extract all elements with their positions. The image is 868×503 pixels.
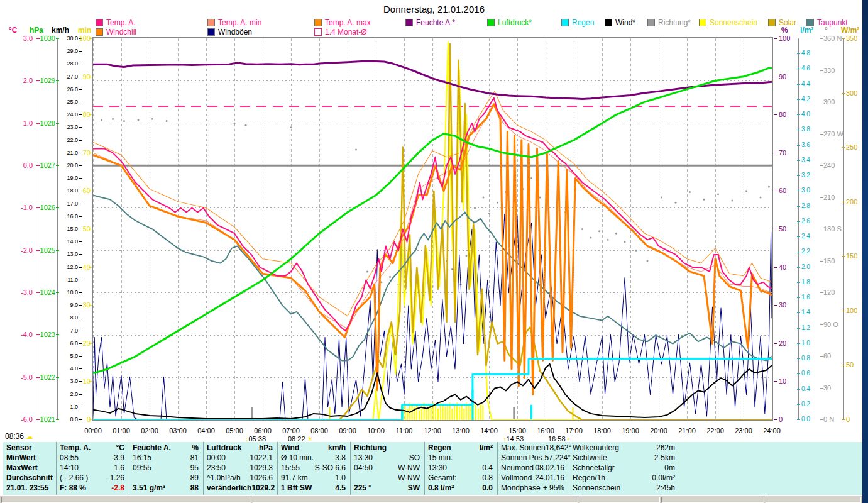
table-row: 1 Bft SW4.5 — [281, 484, 350, 494]
cell-value: % — [192, 443, 203, 453]
tick-label-dir: 60 — [823, 352, 846, 360]
tick-label-degC: -3.0 — [8, 289, 33, 296]
cell-value: km/h — [328, 443, 350, 453]
tick-mark-wm2 — [842, 38, 845, 39]
cell-value: 1029.3 — [250, 463, 277, 473]
table-column-4: Windkm/hØ 10 min.3.815:55S-SO 6.691.7 km… — [277, 442, 350, 495]
table-row: Windkm/h — [281, 443, 350, 453]
x-tick-label: 11:00 — [390, 427, 418, 434]
tick-mark-dir — [820, 292, 823, 293]
cell-label: Temp. A. — [60, 443, 91, 453]
tick-mark-kmh — [79, 51, 82, 52]
cell-value: 262m — [656, 443, 679, 453]
cell-label: 13:30 — [354, 453, 373, 463]
tick-mark-pct — [774, 77, 777, 77]
cell-label: 09:55 — [133, 463, 151, 473]
legend-item-1-4-monat-: 1.4 Monat-Ø — [314, 28, 367, 36]
tick-label-hPa: 1023 — [33, 331, 55, 338]
tick-label-lm2: 4.6 — [801, 65, 818, 72]
direction-dot — [647, 260, 649, 262]
cell-label: Max. Sonnen — [501, 443, 546, 453]
x-tick-label: 17:00 — [560, 427, 588, 434]
direction-dot — [598, 230, 600, 232]
direction-dot — [675, 202, 677, 204]
direction-dot — [483, 196, 485, 198]
tick-label-wm2: 300 — [846, 89, 864, 97]
tick-mark-lm2 — [797, 343, 800, 344]
tick-mark-pct — [774, 419, 777, 420]
twilight-time: 08:36 — [5, 432, 24, 441]
cell-value: l/m² — [480, 443, 497, 453]
table-row: 91.7 km1.0 — [281, 473, 350, 484]
table-row: Sensor — [6, 443, 56, 453]
legend-label: Regen — [572, 18, 594, 27]
tick-mark-pct — [774, 381, 777, 382]
tick-label-dir: 210 — [823, 194, 846, 201]
legend-swatch-icon — [647, 19, 655, 26]
axis-unit-C: °C — [9, 26, 17, 35]
cell-value: 89 — [190, 473, 203, 484]
tick-label-dir: 90 O — [823, 321, 846, 328]
cell-value: W-NW — [398, 463, 424, 473]
cell-value: 3.8 — [335, 453, 350, 463]
legend-label: Windchill — [106, 28, 136, 36]
direction-dot — [590, 236, 592, 238]
table-row: Ø 10 min.3.8 — [281, 453, 350, 463]
direction-dot — [745, 190, 747, 192]
cell-value: 1.0 — [335, 473, 350, 484]
x-tick-label: 13:00 — [447, 427, 475, 434]
tick-label-kmh: 15.0 — [57, 225, 78, 233]
weather-chart — [93, 38, 772, 420]
table-row: LuftdruckhPa — [207, 443, 277, 453]
tick-label-hPa: 1029 — [33, 77, 55, 84]
table-row: 04:50W-NW — [354, 463, 424, 473]
tick-mark-kmh — [79, 368, 82, 369]
tick-label-lm2: 2.0 — [801, 263, 818, 271]
tick-label-dir: 240 — [823, 162, 846, 169]
tick-label-wm2: 250 — [846, 143, 864, 151]
table-row: 225 °SW — [354, 484, 424, 494]
plot-area — [92, 37, 773, 421]
tick-label-lm2: 4.8 — [801, 50, 818, 57]
direction-dot — [123, 120, 125, 122]
direction-dot — [366, 270, 368, 272]
cell-label: Sonnen Pos — [501, 453, 542, 463]
x-tick-label: 18:00 — [588, 427, 616, 434]
tick-label-kmh: 10.0 — [57, 289, 78, 296]
tick-mark-lm2 — [797, 358, 800, 359]
tick-mark-lm2 — [797, 267, 800, 268]
table-row: Gesamt:0.8 — [428, 473, 497, 484]
cell-label: 04:50 — [354, 463, 373, 473]
cell-label: Feuchte A. — [133, 443, 171, 453]
tick-label-wm2: 150 — [846, 252, 864, 260]
tick-label-lm2: 1.8 — [801, 279, 818, 286]
tick-mark-wm2 — [842, 365, 845, 365]
cell-value — [493, 453, 497, 463]
cell-label: Neumond — [501, 463, 534, 473]
direction-dot — [635, 250, 637, 252]
tick-label-pct: 70 — [779, 149, 796, 157]
page-title: Donnerstag, 21.01.2016 — [0, 4, 868, 14]
tick-mark-pct — [774, 191, 777, 191]
tick-label-lm2: 2.4 — [801, 233, 818, 240]
direction-dot — [381, 281, 383, 283]
tick-mark-lm2 — [797, 145, 800, 146]
x-tick-label: 21:00 — [673, 427, 701, 434]
x-tick-label: 15:00 — [503, 427, 531, 434]
tick-label-lm2: 3.8 — [801, 126, 818, 133]
legend-swatch-icon — [699, 19, 706, 26]
tick-label-lm2: 0.8 — [801, 355, 818, 362]
direction-dot — [488, 213, 490, 214]
tick-label-lm2: 1.6 — [801, 294, 818, 301]
tick-mark-lm2 — [797, 252, 800, 252]
direction-dot — [451, 268, 453, 270]
tick-label-lm2: 3.4 — [801, 157, 818, 164]
x-tick-label: 05:00 — [221, 427, 248, 434]
tick-label-wm2: 50 — [846, 361, 864, 368]
tick-label-pct: 50 — [779, 225, 796, 233]
cell-value: 88 — [190, 484, 203, 494]
tick-mark-kmh — [79, 280, 82, 280]
tick-mark-pct — [774, 343, 777, 344]
x-tick-label: 00:00 — [79, 427, 107, 434]
tick-label-degC: 2.0 — [8, 77, 33, 84]
